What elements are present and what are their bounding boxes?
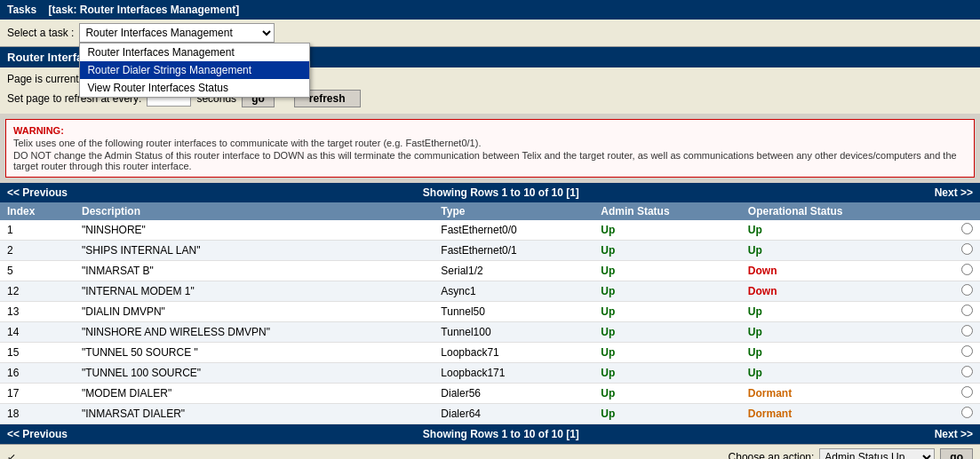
table-row: 18"INMARSAT DIALER"Dialer64UpDormant bbox=[0, 404, 980, 424]
cell-op-status: Up bbox=[741, 322, 935, 343]
cell-radio[interactable] bbox=[935, 281, 980, 302]
tasks-label: Tasks bbox=[7, 4, 36, 16]
row-radio[interactable] bbox=[961, 325, 973, 336]
cell-admin-status: Up bbox=[594, 343, 741, 363]
cell-radio[interactable] bbox=[935, 404, 980, 424]
cell-type: Loopback71 bbox=[434, 343, 594, 363]
cell-type: Dialer64 bbox=[434, 404, 594, 424]
row-radio[interactable] bbox=[961, 243, 973, 255]
cell-op-status: Up bbox=[741, 343, 935, 363]
cell-radio[interactable] bbox=[935, 384, 980, 404]
dropdown-item-vris[interactable]: View Router Interfaces Status bbox=[80, 79, 309, 97]
cell-op-status: Dormant bbox=[741, 404, 935, 424]
table-row: 16"TUNNEL 100 SOURCE"Loopback171UpUp bbox=[0, 363, 980, 384]
col-admin-status: Admin Status bbox=[594, 202, 741, 220]
bottom-go-button[interactable]: go bbox=[940, 448, 973, 459]
warning-line2: DO NOT change the Admin Status of this r… bbox=[13, 150, 967, 171]
cell-op-status: Down bbox=[741, 281, 935, 302]
top-next-link[interactable]: Next >> bbox=[935, 186, 973, 199]
cell-admin-status: Up bbox=[594, 241, 741, 261]
row-radio[interactable] bbox=[961, 345, 973, 357]
cell-op-status: Up bbox=[741, 363, 935, 384]
interfaces-table: Index Description Type Admin Status Oper… bbox=[0, 202, 980, 424]
cell-admin-status: Up bbox=[594, 302, 741, 322]
cell-op-status: Up bbox=[741, 241, 935, 261]
cell-op-status: Up bbox=[741, 302, 935, 322]
cell-type: Loopback171 bbox=[434, 363, 594, 384]
cell-radio[interactable] bbox=[935, 363, 980, 384]
bottom-prev-link[interactable]: << Previous bbox=[7, 428, 68, 440]
cell-type: Async1 bbox=[434, 281, 594, 302]
select-task-label: Select a task : bbox=[7, 27, 74, 39]
cell-admin-status: Up bbox=[594, 322, 741, 343]
cell-description: "NINSHORE" bbox=[75, 220, 434, 241]
cell-admin-status: Up bbox=[594, 220, 741, 241]
table-row: 15"TUNNEL 50 SOURCE "Loopback71UpUp bbox=[0, 343, 980, 363]
cell-admin-status: Up bbox=[594, 261, 741, 281]
table-row: 14"NINSHORE AND WIRELESS DMVPN"Tunnel100… bbox=[0, 322, 980, 343]
dropdown-item-rim[interactable]: Router Interfaces Management bbox=[80, 44, 309, 61]
cell-type: Tunnel100 bbox=[434, 322, 594, 343]
row-radio[interactable] bbox=[961, 223, 973, 234]
table-row: 13"DIALIN DMVPN"Tunnel50UpUp bbox=[0, 302, 980, 322]
bottom-next-link[interactable]: Next >> bbox=[935, 428, 973, 440]
cell-radio[interactable] bbox=[935, 302, 980, 322]
choose-action-label: Choose an action: bbox=[729, 451, 815, 459]
cell-index: 13 bbox=[0, 302, 75, 322]
warning-line1: Telix uses one of the following router i… bbox=[13, 138, 967, 148]
task-select-wrapper: Router Interfaces Management Router Inte… bbox=[79, 23, 275, 43]
cell-description: "INTERNAL MODEM 1" bbox=[75, 281, 434, 302]
cell-type: FastEthernet0/0 bbox=[434, 220, 594, 241]
cell-index: 16 bbox=[0, 363, 75, 384]
bottom-nav-row: << Previous Showing Rows 1 to 10 of 10 [… bbox=[0, 424, 980, 444]
tasks-bar: Tasks [task: Router Interfaces Managemen… bbox=[0, 0, 980, 20]
warning-title: WARNING: bbox=[13, 125, 967, 136]
dropdown-item-rdsm[interactable]: Router Dialer Strings Management bbox=[80, 61, 309, 79]
row-radio[interactable] bbox=[961, 366, 973, 377]
cell-op-status: Dormant bbox=[741, 384, 935, 404]
cell-description: "NINSHORE AND WIRELESS DMVPN" bbox=[75, 322, 434, 343]
table-row: 17"MODEM DIALER"Dialer56UpDormant bbox=[0, 384, 980, 404]
row-radio[interactable] bbox=[961, 264, 973, 275]
warning-box: WARNING: Telix uses one of the following… bbox=[5, 119, 975, 178]
cell-index: 5 bbox=[0, 261, 75, 281]
cell-op-status: Up bbox=[741, 220, 935, 241]
cell-description: "MODEM DIALER" bbox=[75, 384, 434, 404]
cell-type: FastEthernet0/1 bbox=[434, 241, 594, 261]
row-radio[interactable] bbox=[961, 386, 973, 398]
arrow-icon: ↙ bbox=[7, 451, 16, 459]
table-row: 2"SHIPS INTERNAL LAN"FastEthernet0/1UpUp bbox=[0, 241, 980, 261]
cell-description: "INMARSAT DIALER" bbox=[75, 404, 434, 424]
bottom-action-row: ↙ Choose an action: Admin Status Up Admi… bbox=[0, 444, 980, 459]
cell-radio[interactable] bbox=[935, 261, 980, 281]
col-index: Index bbox=[0, 202, 75, 220]
cell-admin-status: Up bbox=[594, 281, 741, 302]
showing-text-top: Showing Rows 1 to 10 of 10 [1] bbox=[423, 186, 579, 199]
task-dropdown[interactable]: Router Interfaces Management Router Dial… bbox=[79, 43, 310, 98]
cell-index: 15 bbox=[0, 343, 75, 363]
task-select[interactable]: Router Interfaces Management bbox=[79, 23, 275, 43]
cell-description: "INMARSAT B" bbox=[75, 261, 434, 281]
cell-radio[interactable] bbox=[935, 343, 980, 363]
row-radio[interactable] bbox=[961, 407, 973, 418]
row-radio[interactable] bbox=[961, 284, 973, 296]
col-op-status: Operational Status bbox=[741, 202, 935, 220]
cell-radio[interactable] bbox=[935, 241, 980, 261]
cell-description: "DIALIN DMVPN" bbox=[75, 302, 434, 322]
table-row: 1"NINSHORE"FastEthernet0/0UpUp bbox=[0, 220, 980, 241]
task-name: [task: Router Interfaces Management] bbox=[48, 4, 239, 16]
col-type: Type bbox=[434, 202, 594, 220]
cell-radio[interactable] bbox=[935, 220, 980, 241]
top-prev-link[interactable]: << Previous bbox=[7, 186, 68, 199]
top-nav-row: << Previous Showing Rows 1 to 10 of 10 [… bbox=[0, 183, 980, 202]
cell-index: 17 bbox=[0, 384, 75, 404]
cell-description: "SHIPS INTERNAL LAN" bbox=[75, 241, 434, 261]
row-radio[interactable] bbox=[961, 305, 973, 316]
cell-admin-status: Up bbox=[594, 363, 741, 384]
cell-index: 1 bbox=[0, 220, 75, 241]
cell-index: 14 bbox=[0, 322, 75, 343]
action-select[interactable]: Admin Status Up Admin Status Down bbox=[819, 448, 935, 459]
cell-radio[interactable] bbox=[935, 322, 980, 343]
cell-type: Tunnel50 bbox=[434, 302, 594, 322]
cell-op-status: Down bbox=[741, 261, 935, 281]
